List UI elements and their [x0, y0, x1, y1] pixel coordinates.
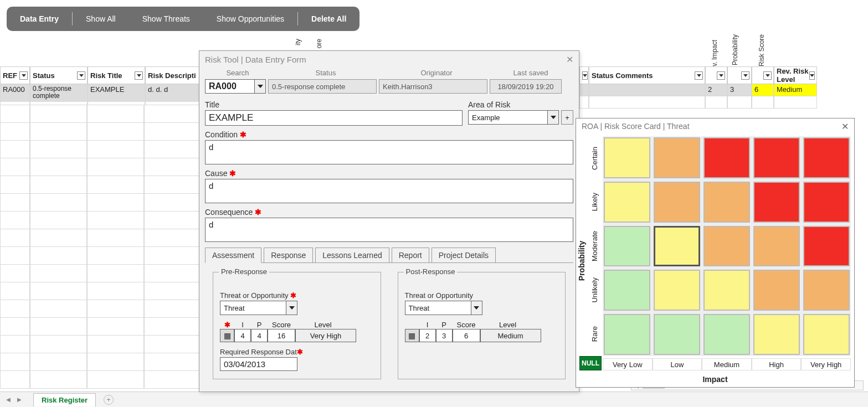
tab-assessment[interactable]: Assessment: [205, 248, 261, 263]
risk-scorecard-window: ROA | Risk Score Card | Threat ✕ Probabi…: [576, 118, 855, 388]
delete-all-button[interactable]: Delete All: [298, 7, 359, 31]
pre-score-value: 16: [268, 329, 295, 342]
show-all-button[interactable]: Show All: [73, 7, 129, 31]
col-rev-impact[interactable]: [705, 66, 727, 84]
col-risk-description[interactable]: Risk Descripti: [145, 66, 201, 84]
chevron-down-icon[interactable]: [255, 79, 266, 94]
col-rev-risk-level[interactable]: Rev. Risk Level: [774, 66, 817, 84]
search-combo[interactable]: RA000: [205, 79, 266, 94]
required-mark: ✱: [255, 208, 261, 217]
chevron-down-icon[interactable]: [548, 110, 559, 125]
cell-rev-score[interactable]: 6: [752, 84, 774, 96]
condition-input[interactable]: d: [205, 140, 573, 164]
status-label: Status: [270, 69, 381, 77]
required-mark: ✱: [220, 321, 234, 329]
null-button[interactable]: NULL: [579, 356, 602, 370]
modal-tabs: Assessment Response Lessons Learned Repo…: [205, 248, 573, 263]
pre-level-value: Very High: [295, 329, 356, 342]
col-small[interactable]: [579, 66, 589, 84]
add-sheet-button[interactable]: +: [104, 395, 114, 405]
chevron-down-icon[interactable]: [286, 301, 297, 315]
selected-cell[interactable]: [654, 226, 700, 267]
pre-i-value: 4: [234, 329, 251, 342]
level-header: Level: [480, 321, 536, 329]
col-status-comments[interactable]: Status Comments: [589, 66, 705, 84]
modal-title: Risk Tool | Data Entry Form: [205, 55, 306, 64]
table-row[interactable]: RA000 0.5-response complete EXAMPLE d. d…: [0, 84, 201, 102]
data-entry-modal: Risk Tool | Data Entry Form ✕ Search Sta…: [199, 50, 579, 392]
cause-label: Cause: [205, 169, 227, 178]
modal-titlebar: Risk Tool | Data Entry Form ✕: [199, 51, 579, 68]
tab-project-details[interactable]: Project Details: [432, 248, 496, 263]
cell-risk-desc[interactable]: d. d. d: [145, 84, 201, 105]
col-rev-probability[interactable]: [727, 66, 752, 84]
cell-rev-impact[interactable]: 2: [705, 84, 727, 96]
cell-ref[interactable]: RA000: [0, 84, 30, 105]
cause-input[interactable]: d: [205, 179, 573, 203]
table-row[interactable]: 2 3 6 Medium: [579, 84, 817, 96]
data-entry-button[interactable]: Data Entry: [7, 7, 72, 31]
sheet-tab-bar: ◄► Risk Register +: [0, 391, 868, 407]
pre-p-value: 4: [251, 329, 268, 342]
level-header: Level: [295, 321, 351, 329]
search-input[interactable]: RA000: [205, 79, 255, 94]
col-status[interactable]: Status: [30, 66, 88, 84]
title-input[interactable]: EXAMPLE: [205, 110, 463, 126]
calendar-icon[interactable]: ▦: [220, 329, 234, 342]
cell[interactable]: [579, 84, 589, 96]
show-opportunities-button[interactable]: Show Opportunities: [203, 7, 297, 31]
cell-rev-level[interactable]: Medium: [774, 84, 817, 96]
add-area-button[interactable]: +: [561, 110, 573, 125]
empty-rows-left: [0, 105, 199, 389]
post-threat-value[interactable]: Threat: [405, 301, 471, 315]
cell-rev-prob[interactable]: 3: [727, 84, 752, 96]
partial-header: ore: [315, 39, 323, 48]
title-label: Title: [199, 96, 468, 110]
post-response-legend: Post-Response: [404, 267, 458, 276]
risk-matrix[interactable]: [603, 136, 851, 356]
sheet-tab-risk-register[interactable]: Risk Register: [33, 393, 96, 406]
cell-status[interactable]: 0.5-response complete: [30, 84, 88, 105]
calendar-icon[interactable]: ▦: [405, 329, 419, 342]
consequence-input[interactable]: d: [205, 218, 573, 242]
i-header: I: [234, 321, 251, 329]
close-icon[interactable]: ✕: [566, 54, 573, 65]
impact-tick-labels: Very Low Low Medium High Very High: [603, 358, 851, 370]
search-label: Search: [205, 69, 270, 77]
col-rev-risk-score[interactable]: [752, 66, 774, 84]
p-header: P: [251, 321, 268, 329]
threat-opportunity-label: Threat or Opportunity: [405, 291, 559, 300]
tab-report[interactable]: Report: [392, 248, 429, 263]
required-mark: ✱: [297, 348, 303, 356]
tab-lessons-learned[interactable]: Lessons Learned: [315, 248, 389, 263]
pre-response-legend: Pre-Response: [219, 267, 269, 276]
probability-axis-label: Probability: [577, 240, 586, 280]
pre-threat-value[interactable]: Threat: [220, 301, 286, 315]
col-risk-title[interactable]: Risk Title: [88, 66, 145, 84]
area-of-risk-value[interactable]: Example: [468, 110, 548, 125]
assessment-panel: Pre-Response Threat or Opportunity ✱ Thr…: [199, 263, 579, 388]
chevron-down-icon[interactable]: [471, 301, 482, 315]
close-icon[interactable]: ✕: [841, 121, 849, 132]
post-level-value: Medium: [480, 329, 541, 342]
area-of-risk-combo[interactable]: Example: [468, 110, 559, 125]
pre-threat-combo[interactable]: Threat: [220, 301, 297, 315]
last-saved-readonly: 18/09/2019 19:20: [490, 79, 562, 94]
originator-readonly: Keith.Harrison3: [379, 79, 487, 94]
cell-risk-title[interactable]: EXAMPLE: [88, 84, 145, 105]
p-header: P: [436, 321, 453, 329]
cell-status-comments[interactable]: [589, 84, 705, 96]
condition-label: Condition: [205, 130, 238, 139]
probability-tick-labels: Certain Likely Moderate Unlikely Rare: [587, 136, 602, 356]
required-response-date-input[interactable]: 03/04/2013: [220, 357, 297, 371]
show-threats-button[interactable]: Show Threats: [129, 7, 203, 31]
tab-response[interactable]: Response: [264, 248, 313, 263]
sheet-body-right: 2 3 6 Medium: [579, 84, 817, 96]
sheet-nav[interactable]: ◄►: [3, 395, 24, 404]
post-threat-combo[interactable]: Threat: [405, 301, 482, 315]
score-header: Score: [268, 321, 295, 329]
impact-axis-label: Impact: [576, 375, 854, 384]
sheet-header-right: Status Comments Rev. Risk Level: [579, 66, 817, 84]
required-mark: ✱: [229, 169, 236, 178]
col-ref[interactable]: REF: [0, 66, 30, 84]
